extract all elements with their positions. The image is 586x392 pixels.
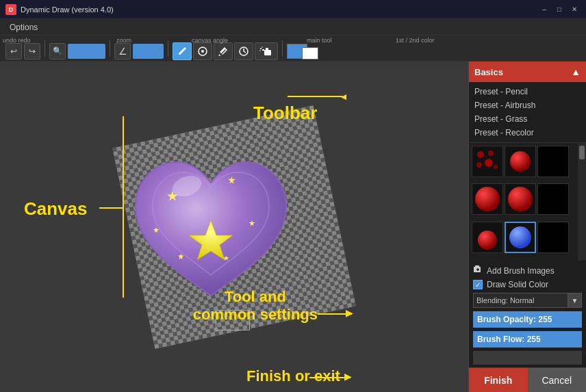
redo-button[interactable]: ↪ xyxy=(24,43,40,60)
draw-solid-row: ✓ Draw Solid Color xyxy=(473,280,582,289)
app-icon: D xyxy=(5,4,16,15)
brush-cell-5 xyxy=(537,183,569,215)
angle-label: canvas angle xyxy=(192,37,228,44)
svg-point-10 xyxy=(259,50,260,51)
blending-dropdown-arrow[interactable]: ▼ xyxy=(568,293,582,308)
svg-line-4 xyxy=(244,51,246,53)
finish-button[interactable]: Finish xyxy=(469,368,528,392)
brush-cell-8 xyxy=(537,222,569,253)
divider-1 xyxy=(44,40,45,57)
divider-3 xyxy=(168,40,168,57)
cancel-button[interactable]: Cancel xyxy=(528,368,587,392)
svg-point-9 xyxy=(262,47,262,47)
brush-cell-6[interactable] xyxy=(472,222,503,253)
zoom-input[interactable]: 200% xyxy=(68,44,105,59)
extra-slider-row[interactable] xyxy=(473,351,582,365)
bottom-controls: Add Brush Images ✓ Draw Solid Color Blen… xyxy=(469,261,586,367)
svg-point-27 xyxy=(478,231,497,250)
divider-4 xyxy=(282,40,283,57)
divider-2 xyxy=(110,40,110,57)
preset-pencil[interactable]: Preset - Pencil xyxy=(469,85,586,99)
panel-header: Basics ▲ xyxy=(469,62,586,82)
zoom-label: zoom xyxy=(116,37,131,44)
preset-recolor[interactable]: Preset - Recolor xyxy=(469,126,586,140)
svg-point-20 xyxy=(488,151,494,156)
eraser-tool[interactable] xyxy=(193,42,212,60)
title-bar-left: D Dynamic Draw (version 4.0) xyxy=(5,4,114,15)
svg-rect-6 xyxy=(266,48,268,50)
svg-point-1 xyxy=(201,50,204,53)
window-controls: – □ ✕ xyxy=(538,4,581,15)
angle-icon-button[interactable]: ∠ xyxy=(114,43,131,60)
zoom-icon-button[interactable]: 🔍 xyxy=(49,43,66,60)
canvas-area[interactable]: Canvas Toolbar ▲ Tool andcommon settings… xyxy=(0,62,468,392)
main-tool-label: main tool xyxy=(307,37,332,44)
first-second-color-label: 1st / 2nd color xyxy=(396,37,435,44)
tool-settings-line xyxy=(318,313,352,315)
blending-select[interactable]: Blending: Normal Blending: Multiply Blen… xyxy=(473,293,568,308)
finish-exit-annotation: Finish or exit xyxy=(246,367,340,385)
clock-tool[interactable] xyxy=(234,42,253,60)
angle-input[interactable]: 22° xyxy=(133,44,164,59)
title-bar: D Dynamic Draw (version 4.0) – □ ✕ xyxy=(0,0,586,19)
svg-point-22 xyxy=(485,159,493,167)
blending-row: Blending: Normal Blending: Multiply Blen… xyxy=(473,293,582,308)
svg-rect-7 xyxy=(262,49,264,51)
svg-point-19 xyxy=(477,151,484,158)
svg-point-21 xyxy=(476,162,482,168)
checkbox-checkmark: ✓ xyxy=(475,281,481,289)
brush-cell-2 xyxy=(537,146,569,177)
brush-flow-row[interactable]: Brush Flow: 255 xyxy=(473,331,582,348)
undo-redo-label: undo redo xyxy=(3,37,31,44)
brush-grid xyxy=(469,143,586,261)
svg-point-23 xyxy=(494,165,498,169)
canvas-heart xyxy=(115,131,307,323)
brush-cell-4[interactable] xyxy=(505,183,536,215)
panel-title: Basics xyxy=(474,67,503,77)
minimize-button[interactable]: – xyxy=(538,4,550,15)
finish-exit-line xyxy=(309,377,351,378)
preset-grass[interactable]: Preset - Grass xyxy=(469,112,586,126)
options-menu[interactable]: Options xyxy=(4,21,43,34)
brush-cell-3[interactable] xyxy=(472,183,503,215)
dropper-tool[interactable] xyxy=(214,42,233,60)
right-panel: Basics ▲ Preset - Pencil Preset - Airbru… xyxy=(468,62,586,392)
svg-rect-5 xyxy=(264,50,271,55)
svg-point-24 xyxy=(510,151,531,172)
svg-point-26 xyxy=(508,187,533,211)
draw-solid-checkbox[interactable]: ✓ xyxy=(473,280,483,289)
preset-airbrush[interactable]: Preset - Airbrush xyxy=(469,99,586,112)
svg-point-28 xyxy=(509,226,531,248)
add-brush-row[interactable]: Add Brush Images xyxy=(473,265,582,276)
close-button[interactable]: ✕ xyxy=(568,4,581,15)
brush-cell-7[interactable] xyxy=(505,222,536,253)
brush-cell-0[interactable] xyxy=(472,146,503,177)
toolbar: undo redo zoom canvas angle main tool 1s… xyxy=(0,36,586,62)
spray-tool[interactable] xyxy=(255,42,278,60)
add-brush-icon xyxy=(473,265,483,276)
brush-flow-label: Brush Flow: 255 xyxy=(477,335,541,344)
main-layout: Canvas Toolbar ▲ Tool andcommon settings… xyxy=(0,62,586,392)
restore-button[interactable]: □ xyxy=(553,4,565,15)
undo-button[interactable]: ↩ xyxy=(5,43,22,60)
toolbar-arrow-line xyxy=(288,96,342,97)
preset-list: Preset - Pencil Preset - Airbrush Preset… xyxy=(469,82,586,143)
menu-bar: Options xyxy=(0,19,586,36)
brush-grid-scrollbar[interactable] xyxy=(578,143,586,261)
pencil-tool[interactable] xyxy=(173,42,192,60)
brush-opacity-row[interactable]: Brush Opacity: 255 xyxy=(473,311,582,328)
app-title: Dynamic Draw (version 4.0) xyxy=(21,5,114,14)
finish-cancel-bar: Finish Cancel xyxy=(469,367,586,392)
canvas-annotation: Canvas xyxy=(24,198,88,220)
svg-point-8 xyxy=(260,48,262,49)
draw-solid-label: Draw Solid Color xyxy=(487,280,548,289)
brush-opacity-label: Brush Opacity: 255 xyxy=(477,315,552,324)
add-brush-label: Add Brush Images xyxy=(487,266,555,276)
brush-cell-1[interactable] xyxy=(505,146,536,177)
panel-collapse-button[interactable]: ▲ xyxy=(571,66,581,77)
second-color-swatch[interactable] xyxy=(302,47,318,60)
svg-point-25 xyxy=(475,187,500,211)
